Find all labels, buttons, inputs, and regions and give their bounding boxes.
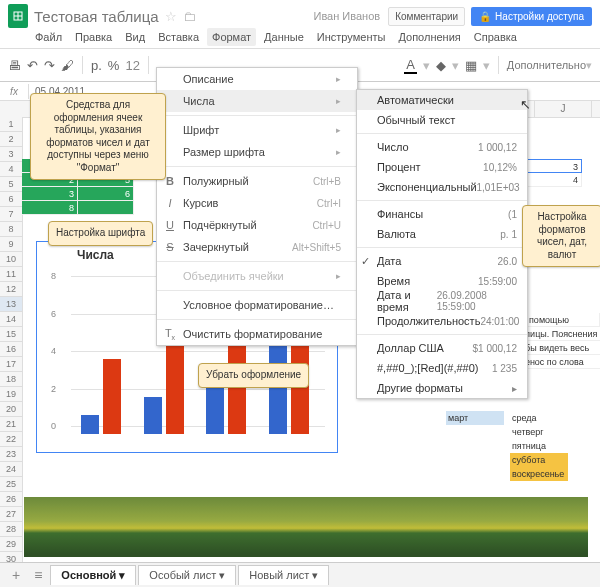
- menu-strike[interactable]: SЗачеркнутыйAlt+Shift+5: [157, 236, 357, 258]
- cell[interactable]: [78, 201, 134, 215]
- callout-clear: Убрать оформление: [198, 363, 309, 388]
- check-icon: ✓: [361, 255, 370, 268]
- tab-special[interactable]: Особый лист ▾: [138, 565, 236, 585]
- clear-icon: Tx: [163, 327, 177, 341]
- cell[interactable]: 8: [22, 201, 78, 215]
- nm-duration[interactable]: Продолжительность24:01:00: [357, 311, 527, 331]
- menu-underline[interactable]: UПодчёркнутыйCtrl+U: [157, 214, 357, 236]
- cell[interactable]: 6: [78, 187, 134, 201]
- cell[interactable]: воскресенье: [510, 467, 568, 481]
- menu-help[interactable]: Справка: [469, 28, 522, 46]
- lock-icon: 🔒: [479, 11, 491, 22]
- cell[interactable]: суббота: [510, 453, 568, 467]
- nm-date[interactable]: ✓Дата26.0: [357, 251, 527, 271]
- nm-time[interactable]: Время15:59:00: [357, 271, 527, 291]
- nm-scientific[interactable]: Экспоненциальный1,01E+03: [357, 177, 527, 197]
- spreadsheet-grid: ABCDEFGHIJ 12345678910111213141516171819…: [0, 101, 600, 587]
- fx-label: fx: [0, 84, 29, 99]
- menu-tools[interactable]: Инструменты: [312, 28, 391, 46]
- menu-fontsize[interactable]: Размер шрифта▸: [157, 141, 357, 163]
- print-icon[interactable]: 🖶: [8, 58, 21, 73]
- fill-icon[interactable]: ◆: [436, 58, 446, 73]
- select-all-corner[interactable]: [0, 101, 23, 118]
- percent-icon[interactable]: %: [108, 58, 120, 73]
- toolbar-more[interactable]: Дополнительно: [507, 59, 586, 71]
- nm-datetime[interactable]: Дата и время26.09.2008 15:59:00: [357, 291, 527, 311]
- nm-custom[interactable]: #,##0_);[Red](#,##0)1 235: [357, 358, 527, 378]
- menu-edit[interactable]: Правка: [70, 28, 117, 46]
- menu-italic[interactable]: IКурсивCtrl+I: [157, 192, 357, 214]
- callout-format-means: Средства для оформления ячеек таблицы, у…: [30, 93, 166, 180]
- sheet-tabs: + ≡ Основной ▾ Особый лист ▾ Новый лист …: [0, 562, 600, 587]
- strike-icon: S: [163, 241, 177, 253]
- nm-finance[interactable]: Финансы(1: [357, 204, 527, 224]
- menu-addons[interactable]: Дополнения: [393, 28, 465, 46]
- callout-font: Настройка шрифта: [48, 221, 153, 246]
- add-sheet-icon[interactable]: +: [6, 567, 26, 583]
- menu-file[interactable]: Файл: [30, 28, 67, 46]
- menu-format[interactable]: Формат: [207, 28, 256, 46]
- italic-icon: I: [163, 197, 177, 209]
- cell[interactable]: 4: [526, 173, 582, 187]
- comments-button[interactable]: Комментарии: [388, 7, 465, 26]
- nm-plain[interactable]: Обычный текст: [357, 110, 527, 130]
- all-sheets-icon[interactable]: ≡: [28, 567, 48, 583]
- borders-icon[interactable]: ▦: [465, 58, 477, 73]
- tab-new[interactable]: Новый лист ▾: [238, 565, 329, 585]
- format-dropdown: Описание▸ Числа▸ Шрифт▸ Размер шрифта▸ B…: [156, 67, 358, 346]
- menubar: Файл Правка Вид Вставка Формат Данные Ин…: [0, 28, 600, 48]
- menu-insert[interactable]: Вставка: [153, 28, 204, 46]
- nm-auto[interactable]: Автоматически: [357, 90, 527, 110]
- underline-icon: U: [163, 219, 177, 231]
- menu-view[interactable]: Вид: [120, 28, 150, 46]
- cell[interactable]: 3: [526, 159, 582, 173]
- cell[interactable]: среда: [510, 411, 568, 425]
- menu-numbers[interactable]: Числа▸: [157, 90, 357, 112]
- cell[interactable]: март: [446, 411, 504, 425]
- folder-icon[interactable]: 🗀: [183, 9, 196, 24]
- menu-bold[interactable]: BПолужирныйCtrl+B: [157, 170, 357, 192]
- nm-percent[interactable]: Процент10,12%: [357, 157, 527, 177]
- numbers-submenu: Автоматически Обычный текст Число1 000,1…: [356, 89, 528, 399]
- menu-merge: Объединить ячейки▸: [157, 265, 357, 287]
- row-headers[interactable]: 1234567891011121314151617181920212223242…: [0, 117, 23, 587]
- tab-main[interactable]: Основной ▾: [50, 565, 136, 585]
- document-title[interactable]: Тестовая таблица: [34, 8, 159, 25]
- cursor-icon: ↖: [520, 97, 531, 112]
- embedded-image[interactable]: [24, 497, 588, 557]
- callout-numbers: Настройка форматов чисел, дат, валют: [522, 205, 600, 267]
- paint-icon[interactable]: 🖌: [61, 58, 74, 73]
- nm-currency[interactable]: Валютар. 1: [357, 224, 527, 244]
- nm-usd[interactable]: Доллар США$1 000,12: [357, 338, 527, 358]
- menu-description[interactable]: Описание▸: [157, 68, 357, 90]
- textcolor-icon[interactable]: A: [404, 57, 417, 74]
- redo-icon[interactable]: ↷: [44, 58, 55, 73]
- user-name[interactable]: Иван Иванов: [313, 10, 380, 22]
- undo-icon[interactable]: ↶: [27, 58, 38, 73]
- sheets-logo: [8, 4, 28, 28]
- cell-text: с помощью: [522, 313, 600, 327]
- cell[interactable]: 3: [22, 187, 78, 201]
- nm-number[interactable]: Число1 000,12: [357, 137, 527, 157]
- nm-other[interactable]: Другие форматы▸: [357, 378, 527, 398]
- currency-icon[interactable]: р.: [91, 58, 102, 73]
- cell[interactable]: пятница: [510, 439, 568, 453]
- menu-font[interactable]: Шрифт▸: [157, 119, 357, 141]
- cell[interactable]: четверг: [510, 425, 568, 439]
- share-button[interactable]: 🔒Настройки доступа: [471, 7, 592, 26]
- title-bar: Тестовая таблица ☆ 🗀 Иван Иванов Коммент…: [0, 0, 600, 28]
- menu-data[interactable]: Данные: [259, 28, 309, 46]
- menu-clear-formatting[interactable]: TxОчистить форматирование: [157, 323, 357, 345]
- star-icon[interactable]: ☆: [165, 9, 177, 24]
- menu-conditional[interactable]: Условное форматирование…: [157, 294, 357, 316]
